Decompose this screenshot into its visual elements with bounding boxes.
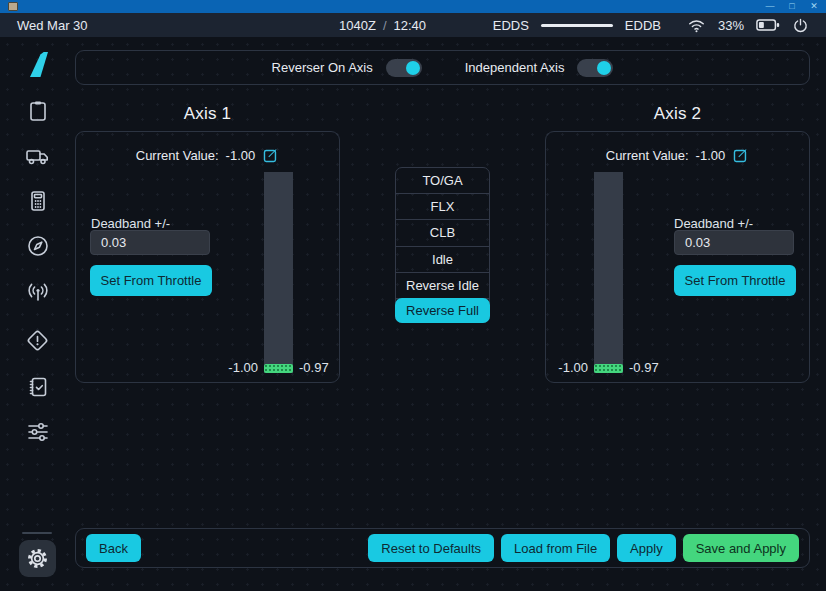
detent-reverse-full-selected[interactable]: Reverse Full xyxy=(395,298,490,323)
save-and-apply-button[interactable]: Save and Apply xyxy=(683,534,799,562)
close-icon[interactable]: ✕ xyxy=(808,0,820,13)
flight-route: EDDS EDDB 33% xyxy=(493,17,809,34)
axis2-bar-max-label: -0.97 xyxy=(629,360,659,375)
edit-icon[interactable] xyxy=(262,147,279,164)
edit-icon[interactable] xyxy=(732,147,749,164)
sidebar-item-ground-services[interactable] xyxy=(0,144,75,168)
sidebar-item-checklist[interactable] xyxy=(0,375,75,399)
wifi-icon xyxy=(687,17,706,33)
sidebar-item-alerts[interactable] xyxy=(0,328,75,353)
axis1-current-value: Current Value: -1.00 xyxy=(76,147,339,164)
efb-window: — □ ✕ Wed Mar 30 1040Z / 12:40 EDDS EDDB… xyxy=(0,0,826,591)
date-label: Wed Mar 30 xyxy=(17,18,88,33)
clock: 1040Z / 12:40 xyxy=(339,13,426,37)
back-button[interactable]: Back xyxy=(86,534,141,562)
axis1-heading: Axis 1 xyxy=(75,104,340,124)
time-separator: / xyxy=(383,18,387,33)
detent-list: TO/GA FLX CLB Idle Reverse Idle Reverse … xyxy=(395,167,490,323)
reverser-on-axis-toggle[interactable] xyxy=(386,59,422,77)
origin-airport: EDDS xyxy=(493,18,529,33)
independent-axis-label: Independent Axis xyxy=(465,60,565,75)
axis1-current-value-number: -1.00 xyxy=(226,148,256,163)
axis1-deadband-input[interactable] xyxy=(90,230,210,255)
axis1-axis-bar xyxy=(264,172,293,373)
sidebar-item-radio[interactable] xyxy=(0,281,75,305)
app-icon xyxy=(8,2,18,11)
axis1-bar-max-label: -0.97 xyxy=(299,360,329,375)
route-progress-line xyxy=(541,24,613,27)
axis1-axis-bar-fill xyxy=(264,364,293,373)
sidebar-item-compass[interactable] xyxy=(0,234,75,258)
detent-clb[interactable]: CLB xyxy=(396,220,489,246)
axis-options-panel: Reverser On Axis Independent Axis xyxy=(75,50,810,85)
axis1-bar-min-label: -1.00 xyxy=(186,360,258,375)
load-from-file-button[interactable]: Load from File xyxy=(501,534,610,562)
status-bar: Wed Mar 30 1040Z / 12:40 EDDS EDDB 33% xyxy=(0,13,826,37)
axis2-set-from-throttle-button[interactable]: Set From Throttle xyxy=(674,265,796,296)
sidebar-item-clipboard[interactable] xyxy=(0,99,75,123)
apply-button[interactable]: Apply xyxy=(617,534,676,562)
battery-icon xyxy=(756,18,780,32)
maximize-icon[interactable]: □ xyxy=(786,0,798,13)
sidebar-item-settings-sliders[interactable] xyxy=(0,420,75,444)
axis2-deadband-label: Deadband +/- xyxy=(674,216,753,231)
axis2-heading: Axis 2 xyxy=(545,104,810,124)
axis2-axis-bar-fill xyxy=(594,364,623,373)
axis2-deadband-input[interactable] xyxy=(674,230,794,255)
airline-tail-logo xyxy=(30,52,48,77)
axis2-axis-bar xyxy=(594,172,623,373)
axis1-deadband-label: Deadband +/- xyxy=(91,216,170,231)
independent-axis-toggle[interactable] xyxy=(577,59,613,77)
footer-bar: Back Reset to Defaults Load from File Ap… xyxy=(75,528,810,568)
reverser-on-axis-label: Reverser On Axis xyxy=(272,60,373,75)
sidebar-item-calculator[interactable] xyxy=(0,189,75,213)
power-icon[interactable] xyxy=(792,17,809,34)
axis2-current-value: Current Value: -1.00 xyxy=(546,147,809,164)
sidebar-item-settings-active[interactable] xyxy=(19,540,56,577)
reset-to-defaults-button[interactable]: Reset to Defaults xyxy=(368,534,494,562)
detent-flx[interactable]: FLX xyxy=(396,194,489,220)
gear-icon xyxy=(25,546,50,571)
axis2-panel: Current Value: -1.00 -1.00 -0.97 Deadban… xyxy=(545,131,810,383)
utc-time: 1040Z xyxy=(339,18,376,33)
axis1-current-value-label: Current Value: xyxy=(136,148,219,163)
window-title-bar: — □ ✕ xyxy=(0,0,826,13)
minimize-icon[interactable]: — xyxy=(764,0,776,13)
sidebar-divider xyxy=(22,532,52,534)
axis2-bar-min-label: -1.00 xyxy=(546,360,588,375)
axis2-current-value-number: -1.00 xyxy=(696,148,726,163)
detent-toga[interactable]: TO/GA xyxy=(396,168,489,194)
axis2-current-value-label: Current Value: xyxy=(606,148,689,163)
battery-percent: 33% xyxy=(718,18,744,33)
destination-airport: EDDB xyxy=(625,18,661,33)
axis1-panel: Current Value: -1.00 Deadband +/- Set Fr… xyxy=(75,131,340,383)
detent-reverse-idle[interactable]: Reverse Idle xyxy=(396,273,489,299)
axis1-set-from-throttle-button[interactable]: Set From Throttle xyxy=(90,265,212,296)
detent-idle[interactable]: Idle xyxy=(396,247,489,273)
local-time: 12:40 xyxy=(394,18,427,33)
sidebar xyxy=(0,37,75,591)
